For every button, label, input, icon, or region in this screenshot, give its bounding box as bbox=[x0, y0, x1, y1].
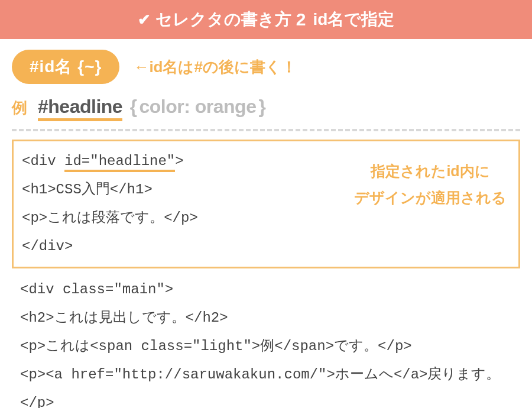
example-code: #headline {color: orange} bbox=[38, 96, 268, 118]
example-selector: #headline bbox=[38, 96, 122, 121]
content-area: #id名 {~} ←id名は#の後に書く！ 例 #headline {color… bbox=[0, 39, 532, 408]
header-part1: セレクタの書き方 bbox=[155, 8, 291, 31]
syntax-pill: #id名 {~} bbox=[12, 50, 119, 84]
syntax-hint: ←id名は#の後に書く！ bbox=[134, 57, 297, 77]
code-after-line-4: <p><a href="http://saruwakakun.com/">ホーム… bbox=[20, 361, 512, 408]
brace-close: } bbox=[258, 96, 265, 117]
check-icon: ✔ bbox=[138, 11, 151, 29]
code-text: > bbox=[175, 153, 183, 169]
example-label: 例 bbox=[12, 98, 27, 118]
annotation-note: 指定されたid内に デザインが適用される bbox=[354, 158, 507, 211]
brace-open: { bbox=[130, 96, 137, 117]
code-after-line-1: <div class="main"> bbox=[20, 276, 512, 304]
dashed-divider bbox=[12, 129, 520, 131]
code-after-box: <div class="main"> <h2>これは見出しです。</h2> <p… bbox=[12, 272, 520, 408]
page-header: ✔ セレクタの書き方2 id名で指定 bbox=[0, 0, 532, 39]
highlighted-code-box: <div id="headline"> <h1>CSS入門</h1> <p>これ… bbox=[12, 140, 520, 268]
code-underline-id: id="headline" bbox=[64, 153, 175, 172]
note-line-2: デザインが適用される bbox=[354, 184, 507, 211]
example-property: color: orange bbox=[139, 96, 256, 117]
note-line-1: 指定されたid内に bbox=[354, 158, 507, 184]
code-after-line-2: <h2>これは見出しです。</h2> bbox=[20, 304, 512, 332]
code-text: <div bbox=[22, 153, 64, 169]
example-row: 例 #headline {color: orange} bbox=[12, 96, 520, 118]
header-number: 2 bbox=[296, 9, 306, 30]
code-line-4: </div> bbox=[22, 232, 510, 261]
header-part2: id名で指定 bbox=[313, 8, 394, 31]
code-after-line-3: <p>これは<span class="light">例</span>です。</p… bbox=[20, 332, 512, 361]
syntax-row: #id名 {~} ←id名は#の後に書く！ bbox=[12, 50, 520, 84]
